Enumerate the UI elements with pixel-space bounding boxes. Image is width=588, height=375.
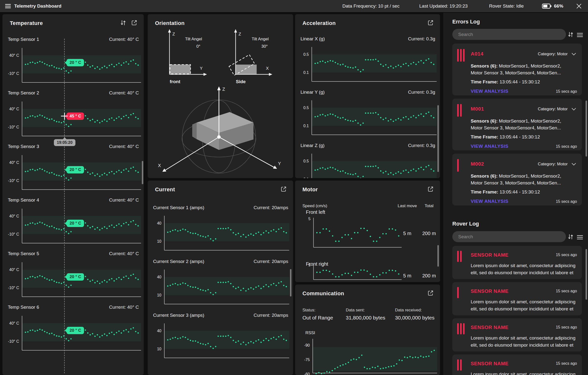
time-cursor-line[interactable] — [64, 39, 65, 373]
chevron-down-icon[interactable] — [572, 108, 576, 111]
chart-current-value: Current: 0.3g — [408, 36, 435, 42]
scrollbar-thumb[interactable] — [142, 161, 143, 184]
chart-row: Current Sensor 2 (amps)Current: 20amps40… — [148, 259, 293, 313]
chart-label: Linear Y (g) — [300, 90, 325, 95]
acceleration-chart: 0.50.1 — [298, 45, 437, 82]
z-axis-arrow — [168, 29, 171, 33]
errors-log-title: Errors Log — [452, 19, 480, 25]
scrollbar-thumb[interactable] — [437, 105, 439, 172]
error-card[interactable]: M002Category: MotorSensors (6): MotorSen… — [452, 154, 582, 205]
panel-title: Communication — [302, 290, 344, 297]
z-axis-arrow — [217, 86, 221, 90]
rover-state: Rover State: Idle — [489, 3, 524, 9]
timestamp: 15 secs ago — [556, 253, 577, 257]
svg-text:10: 10 — [157, 239, 161, 243]
timeframe-label: Time Frame: — [471, 79, 498, 84]
sensor-current-value: Current: 40° C — [109, 305, 139, 310]
temp-sensor-row: Temp Sensor 2Current: 40° C40° C-10° C45… — [2, 90, 144, 144]
svg-text:40° C: 40° C — [9, 107, 19, 111]
view-caption: front — [170, 79, 180, 84]
external-link-icon[interactable] — [427, 290, 434, 296]
view-analysis-link[interactable]: VIEW ANALYSIS — [471, 89, 508, 94]
severity-bar — [460, 251, 462, 262]
top-bar: Telemetry Dashboard Data Frequency: 10 p… — [0, 0, 588, 13]
value-tooltip: 20 ° C — [67, 273, 84, 281]
crosshair-icon — [64, 113, 65, 120]
value-tooltip: 20 ° C — [67, 59, 84, 66]
axis-label: X — [158, 163, 161, 168]
severity-bar — [463, 49, 465, 62]
tilt-angle-value: 0° — [196, 44, 200, 49]
view-analysis-link[interactable]: VIEW ANALYSIS — [471, 144, 508, 149]
chevron-down-icon[interactable] — [572, 163, 576, 166]
severity-bars-icon — [457, 287, 459, 298]
rover-log-card[interactable]: SENSOR NAME15 secs agoLorem ipsum dolor … — [452, 246, 582, 279]
tilt-angle-label: Tilt Angel — [252, 37, 269, 41]
sort-icon[interactable] — [568, 234, 574, 240]
chart-row: Linear Z (g)Current: 0.3g0.50.1 — [295, 143, 440, 178]
severity-bar — [457, 251, 459, 262]
error-card[interactable]: A014Category: MotorSensors (6): MotorSen… — [452, 44, 582, 95]
rover-search-input[interactable] — [452, 231, 566, 242]
panel-title: Motor — [302, 186, 318, 193]
motor-panel: Motor Speed (cm/s) Last move Total Front… — [295, 181, 440, 282]
orientation-diagram: Z Y Tilt Angel 0° front Z X Tilt Angel 3… — [148, 18, 293, 178]
errors-search-input[interactable] — [452, 29, 566, 40]
sensor-current-value: Current: 40° C — [109, 251, 139, 256]
value-tooltip: 20 ° C — [67, 166, 84, 173]
svg-text:40: 40 — [157, 221, 161, 225]
rover-log-card[interactable]: SENSOR NAME15 secs agoLorem ipsum dolor … — [452, 318, 582, 352]
hamburger-menu-icon[interactable] — [5, 4, 11, 9]
chart-current-value: Current: 20amps — [253, 259, 288, 264]
value-tooltip: 20 ° C — [67, 327, 84, 334]
chart-current-value: Current: 0.3g — [408, 143, 435, 148]
svg-text:-10° C: -10° C — [8, 125, 19, 129]
data-received-label: Data received: — [395, 308, 422, 313]
rover-list: SENSOR NAME15 secs agoLorem ipsum dolor … — [452, 246, 582, 375]
rover-log-card[interactable]: SENSOR NAME15 secs agoLorem ipsum dolor … — [452, 354, 582, 375]
external-link-icon[interactable] — [280, 186, 287, 192]
motor-speed-chart: 5 — [302, 216, 402, 248]
error-category[interactable]: Category: Motor — [538, 52, 568, 57]
view-analysis-link[interactable]: VIEW ANALYSIS — [471, 199, 508, 204]
current-chart: 4010 — [151, 268, 289, 305]
svg-text:-10° C: -10° C — [8, 179, 19, 183]
severity-bar — [457, 159, 459, 172]
severity-bar — [460, 104, 462, 117]
svg-text:-10° C: -10° C — [8, 286, 19, 290]
external-link-icon[interactable] — [427, 20, 434, 26]
log-message: Lorem ipsum dolor sit amet, consectetur … — [471, 334, 579, 349]
timestamp: 15 secs ago — [556, 199, 577, 204]
svg-text:40° C: 40° C — [9, 268, 19, 272]
scrollbar-thumb[interactable] — [290, 269, 291, 296]
last-updated: Last Updated: 19:20:23 — [419, 3, 468, 9]
chevron-down-icon[interactable] — [572, 53, 576, 56]
temp-sensor-row: Temp Sensor 3Current: 40° C40° C-10° C20… — [2, 144, 144, 197]
external-link-icon[interactable] — [427, 186, 434, 192]
scrollbar-thumb[interactable] — [586, 249, 587, 300]
svg-text:0.1: 0.1 — [303, 177, 309, 178]
timestamp: 15 secs ago — [556, 289, 577, 293]
error-card[interactable]: M001Category: MotorSensors (6): MotorSen… — [452, 99, 582, 150]
severity-bar — [457, 359, 459, 371]
panel-title: Current — [155, 186, 175, 193]
orientation-3d-sphere[interactable]: Z Y X — [158, 86, 281, 173]
chart-row: Linear X (g)Current: 0.3g0.50.1 — [295, 36, 440, 90]
chart-current-value: Current: 20amps — [253, 205, 288, 210]
external-link-icon[interactable] — [131, 20, 137, 26]
filter-menu-icon[interactable] — [577, 235, 583, 239]
scrollbar-thumb[interactable] — [586, 101, 587, 157]
rover-log-card[interactable]: SENSOR NAME15 secs agoLorem ipsum dolor … — [452, 282, 582, 315]
log-line: Lorem ipsum dolor sit amet, consectetur … — [471, 372, 576, 375]
acceleration-chart-list: Linear X (g)Current: 0.3g0.50.1Linear Y … — [295, 36, 440, 178]
scrollbar-thumb[interactable] — [437, 245, 439, 267]
axis-label: X — [266, 66, 269, 71]
sort-icon[interactable] — [120, 20, 126, 26]
close-icon[interactable] — [576, 3, 582, 9]
error-category[interactable]: Category: Motor — [538, 162, 568, 167]
sort-icon[interactable] — [568, 31, 574, 38]
severity-bars-icon — [457, 323, 465, 334]
error-category[interactable]: Category: Motor — [538, 107, 568, 112]
svg-text:-10° C: -10° C — [8, 232, 19, 236]
filter-menu-icon[interactable] — [577, 33, 583, 37]
